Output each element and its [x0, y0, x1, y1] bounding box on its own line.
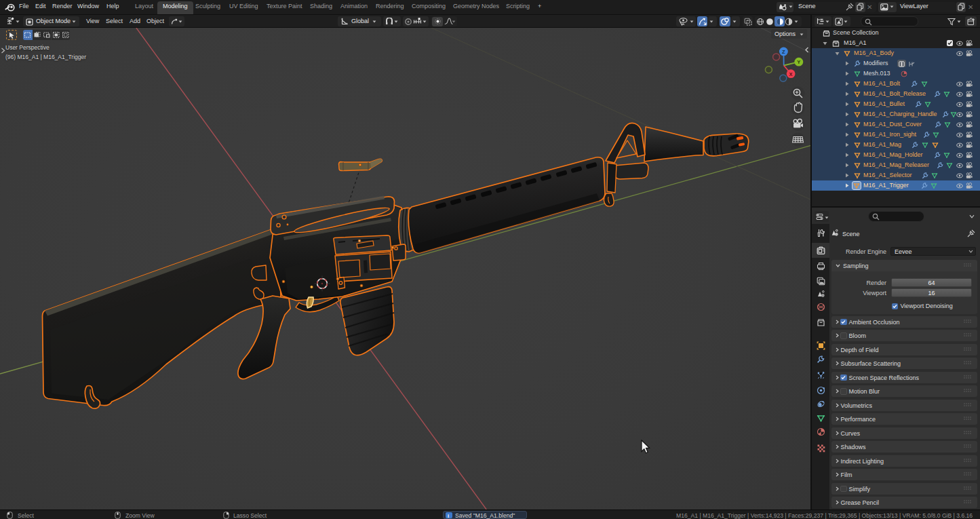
svg-text:X: X [789, 71, 793, 77]
svg-text:Z: Z [782, 49, 785, 55]
svg-text:Y: Y [797, 59, 800, 65]
